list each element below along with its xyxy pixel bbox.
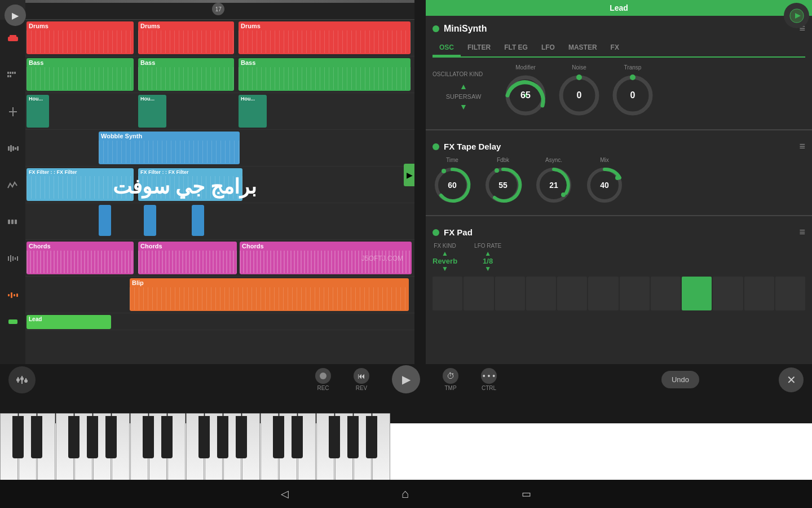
tab-lfo[interactable]: LFO bbox=[535, 40, 562, 56]
lead-label-1: Lead bbox=[27, 315, 111, 323]
fxpad-cell-active[interactable] bbox=[682, 277, 712, 310]
square-block-2[interactable] bbox=[144, 205, 156, 236]
mixer-button[interactable] bbox=[8, 366, 36, 393]
time-knob[interactable]: 60 bbox=[433, 165, 472, 205]
black-key[interactable] bbox=[273, 416, 284, 458]
lead-block-1[interactable]: Lead bbox=[27, 315, 111, 329]
house-block-2[interactable]: Hou... bbox=[138, 95, 166, 128]
track-row-house[interactable]: Hou... Hou... Hou... bbox=[25, 93, 414, 130]
lfo-rate-up[interactable]: ▲ bbox=[484, 250, 491, 257]
bass-block-1[interactable]: Bass bbox=[27, 58, 134, 91]
black-key[interactable] bbox=[329, 416, 340, 458]
recents-button[interactable]: ▭ bbox=[522, 488, 531, 500]
fxpad-cell[interactable] bbox=[495, 277, 525, 310]
wobble-block-1[interactable]: Wobble Synth bbox=[99, 132, 240, 164]
back-button[interactable]: ◁ bbox=[281, 488, 289, 500]
svg-rect-16 bbox=[11, 220, 14, 224]
svg-rect-11 bbox=[10, 145, 12, 152]
lfo-rate-down[interactable]: ▼ bbox=[484, 265, 491, 272]
close-button[interactable]: ✕ bbox=[779, 367, 804, 392]
black-key[interactable] bbox=[292, 416, 303, 458]
fx-kind-up[interactable]: ▲ bbox=[442, 250, 448, 257]
fxpad-menu-icon[interactable]: ≡ bbox=[799, 226, 805, 238]
home-button[interactable]: ⌂ bbox=[401, 487, 409, 501]
fxpad-cell[interactable] bbox=[433, 277, 462, 310]
fxpad-cell[interactable] bbox=[557, 277, 587, 310]
fxtape-menu-icon[interactable]: ≡ bbox=[799, 141, 805, 152]
black-key[interactable] bbox=[366, 416, 377, 458]
black-key[interactable] bbox=[236, 416, 247, 458]
tab-flteg[interactable]: FLT EG bbox=[497, 40, 535, 56]
fx-kind-down[interactable]: ▼ bbox=[442, 265, 448, 272]
black-key[interactable] bbox=[87, 416, 98, 458]
synth-tabs: OSC FILTER FLT EG LFO MASTER FX bbox=[433, 40, 805, 58]
fdbk-knob[interactable]: 55 bbox=[483, 165, 523, 205]
black-key[interactable] bbox=[217, 416, 228, 458]
noise-knob[interactable]: 0 bbox=[557, 73, 602, 118]
bass-block-2[interactable]: Bass bbox=[138, 58, 234, 91]
transp-value: 0 bbox=[630, 90, 636, 100]
android-nav: ◁ ⌂ ▭ bbox=[0, 480, 812, 508]
black-key[interactable] bbox=[105, 416, 117, 458]
fxpad-cell[interactable] bbox=[713, 277, 743, 310]
ctrl-button[interactable]: • • • CTRL bbox=[481, 368, 497, 391]
fxpad-cell[interactable] bbox=[464, 277, 493, 310]
square-block-3[interactable] bbox=[192, 205, 204, 236]
fxpad-cell[interactable] bbox=[744, 277, 774, 310]
bass-block-3[interactable]: Bass bbox=[239, 58, 411, 91]
play-main-button[interactable]: ▶ bbox=[392, 365, 420, 395]
supersaw-down-arrow[interactable]: ▼ bbox=[460, 102, 467, 111]
black-key[interactable] bbox=[198, 416, 210, 458]
track-row-squares[interactable] bbox=[25, 203, 414, 240]
fxpad-cell[interactable] bbox=[775, 277, 805, 310]
chords-block-2[interactable]: Chords bbox=[138, 242, 237, 274]
black-key[interactable] bbox=[143, 416, 154, 458]
svg-point-31 bbox=[576, 75, 582, 80]
tmp-button[interactable]: ⏱ TMP bbox=[443, 368, 458, 391]
chords-label-2: Chords bbox=[138, 242, 237, 251]
track-row-lead[interactable]: Lead bbox=[25, 313, 414, 330]
drums-block-3[interactable]: Drums bbox=[239, 21, 411, 54]
tab-fx[interactable]: FX bbox=[604, 40, 626, 56]
transp-knob[interactable]: 0 bbox=[610, 73, 655, 118]
app-logo[interactable] bbox=[784, 3, 809, 28]
track-row-bass[interactable]: Bass Bass Bass bbox=[25, 56, 414, 93]
tab-filter[interactable]: FILTER bbox=[461, 40, 497, 56]
black-key[interactable] bbox=[347, 416, 359, 458]
square-block-1[interactable] bbox=[99, 205, 111, 236]
track-row-wobble[interactable]: Wobble Synth bbox=[25, 130, 414, 167]
drums-block-2[interactable]: Drums bbox=[138, 21, 234, 54]
fxpad-cell[interactable] bbox=[651, 277, 681, 310]
fxpad-cell[interactable] bbox=[588, 277, 618, 310]
tab-master[interactable]: MASTER bbox=[562, 40, 604, 56]
svg-rect-17 bbox=[15, 220, 17, 224]
track-row-drums[interactable]: Drums Drums Drums bbox=[25, 20, 414, 56]
daw-expand-arrow[interactable]: ▶ bbox=[404, 164, 414, 186]
chords-block-1[interactable]: Chords bbox=[27, 242, 134, 274]
async-knob[interactable]: 21 bbox=[534, 165, 573, 205]
fxpad-grid[interactable] bbox=[433, 277, 805, 310]
mix-knob[interactable]: 40 bbox=[585, 165, 624, 205]
undo-button[interactable]: Undo bbox=[661, 371, 699, 388]
house-block-1[interactable]: Hou... bbox=[27, 95, 49, 128]
house-block-3[interactable]: Hou... bbox=[239, 95, 267, 128]
modifier-knob[interactable]: 65 bbox=[503, 73, 548, 118]
rec-button[interactable]: REC bbox=[315, 368, 331, 391]
bass-icon bbox=[0, 56, 25, 93]
chords-icon bbox=[0, 240, 25, 277]
supersaw-control: ▲ SUPERSAW ▼ bbox=[433, 82, 495, 111]
black-key[interactable] bbox=[68, 416, 80, 458]
blip-block-1[interactable]: Blip bbox=[130, 278, 409, 311]
black-key[interactable] bbox=[31, 416, 42, 458]
drums-block-1[interactable]: Drums bbox=[27, 21, 134, 54]
tab-osc[interactable]: OSC bbox=[433, 40, 461, 56]
black-key[interactable] bbox=[12, 416, 24, 458]
fxpad-cell[interactable] bbox=[526, 277, 556, 310]
play-button[interactable]: ▶ bbox=[5, 5, 26, 26]
track-row-chords[interactable]: Chords Chords Chords bbox=[25, 240, 414, 277]
track-row-blip[interactable]: Blip bbox=[25, 277, 414, 313]
supersaw-up-arrow[interactable]: ▲ bbox=[460, 82, 467, 91]
rev-button[interactable]: ⏮ REV bbox=[354, 368, 369, 391]
fxpad-cell[interactable] bbox=[620, 277, 650, 310]
black-key[interactable] bbox=[161, 416, 173, 458]
